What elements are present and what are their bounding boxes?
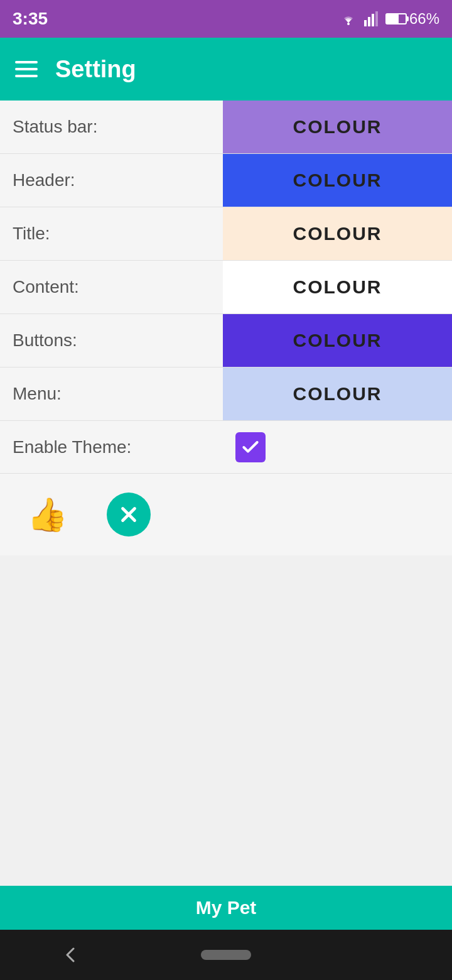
thumbs-up-icon: 👍 [27, 496, 68, 534]
colour-button-2[interactable]: COLOUR [223, 207, 452, 260]
enable-theme-checkbox[interactable] [235, 432, 266, 462]
cancel-button[interactable] [107, 493, 151, 536]
action-buttons-row: 👍 [0, 474, 452, 555]
svg-rect-2 [368, 17, 370, 26]
nav-home-indicator[interactable] [201, 950, 251, 960]
status-time: 3:35 [13, 9, 48, 29]
app-header: Setting [0, 38, 452, 101]
setting-label-4: Buttons: [0, 314, 223, 367]
bottom-bar-title: My Pet [196, 897, 257, 918]
setting-row: Menu:COLOUR [0, 368, 452, 421]
status-icons: 66% [339, 10, 439, 28]
signal-icon [364, 11, 379, 26]
enable-theme-row: Enable Theme: [0, 421, 452, 474]
header-title: Setting [55, 56, 136, 83]
battery-icon: 66% [385, 10, 439, 28]
nav-bar [0, 930, 452, 980]
settings-rows: Status bar:COLOURHeader:COLOURTitle:COLO… [0, 101, 452, 421]
enable-theme-label: Enable Theme: [0, 427, 223, 467]
colour-button-1[interactable]: COLOUR [223, 154, 452, 207]
colour-button-4[interactable]: COLOUR [223, 314, 452, 367]
colour-button-0[interactable]: COLOUR [223, 101, 452, 153]
close-icon [117, 503, 141, 526]
content-area: Status bar:COLOURHeader:COLOURTitle:COLO… [0, 101, 452, 555]
battery-percent: 66% [409, 10, 439, 28]
setting-label-1: Header: [0, 154, 223, 207]
hamburger-menu-icon[interactable] [15, 61, 38, 77]
back-arrow-icon [61, 945, 80, 964]
svg-rect-4 [375, 11, 378, 26]
wifi-icon [339, 11, 358, 26]
status-bar: 3:35 66% [0, 0, 452, 38]
setting-row: Header:COLOUR [0, 154, 452, 207]
enable-theme-checkbox-area [223, 422, 452, 472]
setting-label-2: Title: [0, 207, 223, 260]
colour-button-3[interactable]: COLOUR [223, 261, 452, 313]
setting-row: Title:COLOUR [0, 207, 452, 261]
setting-label-0: Status bar: [0, 101, 223, 153]
nav-back-button[interactable] [61, 945, 80, 964]
bottom-app-bar: My Pet [0, 886, 452, 930]
setting-row: Content:COLOUR [0, 261, 452, 314]
setting-row: Status bar:COLOUR [0, 101, 452, 154]
svg-rect-3 [372, 14, 374, 26]
colour-button-5[interactable]: COLOUR [223, 368, 452, 420]
svg-rect-1 [364, 20, 367, 26]
save-button[interactable]: 👍 [25, 493, 69, 536]
setting-row: Buttons:COLOUR [0, 314, 452, 368]
setting-label-3: Content: [0, 261, 223, 313]
svg-point-0 [347, 23, 350, 25]
setting-label-5: Menu: [0, 368, 223, 420]
